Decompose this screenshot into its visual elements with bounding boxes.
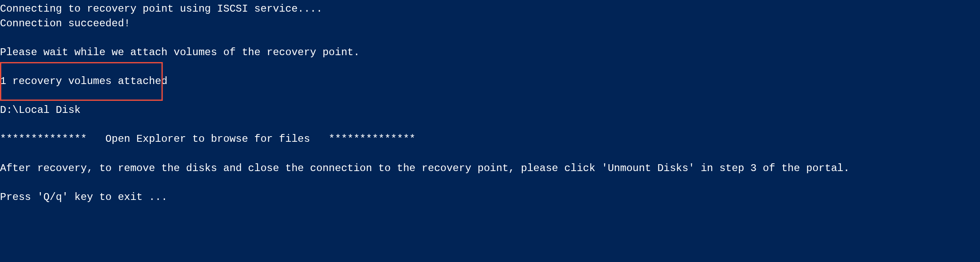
blank-line: [0, 175, 980, 190]
terminal-output-line: 1 recovery volumes attached: [0, 74, 980, 89]
blank-line: [0, 89, 980, 103]
terminal-output-line: Press 'Q/q' key to exit ...: [0, 190, 980, 205]
blank-line: [0, 147, 980, 161]
terminal-output-line: ************** Open Explorer to browse f…: [0, 132, 980, 147]
blank-line: [0, 59, 980, 74]
terminal-container: Connecting to recovery point using ISCSI…: [0, 2, 980, 204]
terminal-output-line: After recovery, to remove the disks and …: [0, 161, 980, 176]
terminal-output-line: Connection succeeded!: [0, 16, 980, 31]
terminal-output-line: Please wait while we attach volumes of t…: [0, 45, 980, 60]
terminal-output-line: Connecting to recovery point using ISCSI…: [0, 2, 980, 16]
terminal-output-line: D:\Local Disk: [0, 103, 980, 118]
blank-line: [0, 118, 980, 132]
blank-line: [0, 31, 980, 45]
